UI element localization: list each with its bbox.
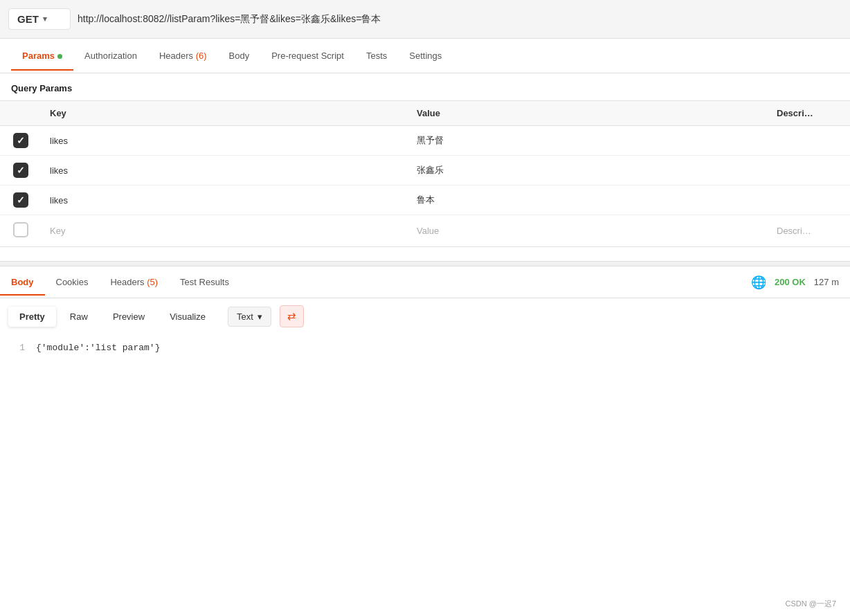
row2-checkmark-icon: ✓ xyxy=(17,165,25,175)
globe-icon[interactable]: 🌐 xyxy=(751,275,766,290)
tab-params[interactable]: Params xyxy=(11,41,73,71)
type-dropdown-label: Text xyxy=(237,311,253,322)
response-section: Body Cookies Headers (5) Test Results 🌐 … xyxy=(0,266,850,361)
row3-value[interactable]: 鲁本 xyxy=(408,185,768,215)
row2-check-cell: ✓ xyxy=(0,156,42,185)
request-tabs: Params Authorization Headers (6) Body Pr… xyxy=(0,39,850,73)
table-row: ✓ likes 鲁本 xyxy=(0,185,850,215)
row3-checkbox-box[interactable]: ✓ xyxy=(13,192,28,208)
table-row-empty: Key Value Descri… xyxy=(0,215,850,247)
query-params-title: Query Params xyxy=(0,73,850,100)
col-header-value: Value xyxy=(408,101,768,126)
empty-desc[interactable]: Descri… xyxy=(768,215,850,247)
url-input[interactable] xyxy=(78,11,842,28)
type-dropdown[interactable]: Text ▾ xyxy=(228,307,271,327)
method-selector[interactable]: GET ▾ xyxy=(8,8,71,30)
row1-key[interactable]: likes xyxy=(42,126,408,156)
format-tab-preview[interactable]: Preview xyxy=(102,307,156,327)
response-size: 127 m xyxy=(814,277,839,287)
response-tabs: Body Cookies Headers (5) Test Results 🌐 … xyxy=(0,266,850,298)
table-row: ✓ likes 黑予督 xyxy=(0,126,850,156)
row2-key[interactable]: likes xyxy=(42,156,408,185)
row2-checkbox-box[interactable]: ✓ xyxy=(13,163,28,178)
row1-value[interactable]: 黑予督 xyxy=(408,126,768,156)
format-tabs-row: Pretty Raw Preview Visualize Text ▾ ⇄ xyxy=(0,298,850,334)
line-number-1: 1 xyxy=(11,343,25,353)
wrap-button[interactable]: ⇄ xyxy=(280,305,304,327)
response-meta: 🌐 200 OK 127 m xyxy=(751,275,850,290)
params-table: Key Value Descri… ✓ likes 黑予督 xyxy=(0,100,850,247)
empty-checkbox[interactable] xyxy=(13,222,28,237)
type-dropdown-chevron-icon: ▾ xyxy=(257,311,262,322)
tab-settings[interactable]: Settings xyxy=(398,41,453,71)
response-tab-body[interactable]: Body xyxy=(0,269,45,296)
row1-desc[interactable] xyxy=(768,126,850,156)
params-dot xyxy=(57,54,62,59)
row1-checkbox-box[interactable]: ✓ xyxy=(13,133,28,148)
tab-authorization[interactable]: Authorization xyxy=(73,41,148,71)
status-badge: 200 OK xyxy=(775,277,806,287)
response-tab-test-results[interactable]: Test Results xyxy=(169,269,240,296)
row1-checkmark-icon: ✓ xyxy=(17,136,25,145)
row1-checkbox[interactable]: ✓ xyxy=(13,133,28,148)
response-tab-headers[interactable]: Headers (5) xyxy=(99,269,169,296)
code-area: 1 {'module':'list param'} xyxy=(0,334,850,361)
tab-pre-request-script[interactable]: Pre-request Script xyxy=(260,41,355,71)
format-tab-pretty[interactable]: Pretty xyxy=(8,307,56,327)
empty-value[interactable]: Value xyxy=(408,215,768,247)
tab-tests[interactable]: Tests xyxy=(355,41,398,71)
row2-desc[interactable] xyxy=(768,156,850,185)
tab-headers[interactable]: Headers (6) xyxy=(148,41,218,71)
empty-key[interactable]: Key xyxy=(42,215,408,247)
format-tab-visualize[interactable]: Visualize xyxy=(159,307,217,327)
row3-key[interactable]: likes xyxy=(42,185,408,215)
tab-body[interactable]: Body xyxy=(218,41,261,71)
footer-credit: CSDN @一迟7 xyxy=(785,599,836,609)
format-tab-raw[interactable]: Raw xyxy=(59,307,99,327)
col-header-desc: Descri… xyxy=(768,101,850,126)
col-header-check xyxy=(0,101,42,126)
table-row: ✓ likes 张鑫乐 xyxy=(0,156,850,185)
section-separator xyxy=(0,261,850,266)
empty-check-cell xyxy=(0,215,42,247)
row2-checkbox[interactable]: ✓ xyxy=(13,163,28,178)
row3-desc[interactable] xyxy=(768,185,850,215)
col-header-key: Key xyxy=(42,101,408,126)
method-text: GET xyxy=(17,13,39,25)
code-line-1: 1 {'module':'list param'} xyxy=(11,343,839,353)
empty-checkbox-box[interactable] xyxy=(13,222,28,237)
row1-check-cell: ✓ xyxy=(0,126,42,156)
wrap-icon: ⇄ xyxy=(287,310,296,323)
code-content-1: {'module':'list param'} xyxy=(36,343,160,353)
row3-checkbox[interactable]: ✓ xyxy=(13,192,28,208)
row2-value[interactable]: 张鑫乐 xyxy=(408,156,768,185)
method-chevron-icon: ▾ xyxy=(43,15,47,24)
row3-checkmark-icon: ✓ xyxy=(17,195,25,205)
row3-check-cell: ✓ xyxy=(0,185,42,215)
url-bar: GET ▾ xyxy=(0,0,850,39)
response-tab-cookies[interactable]: Cookies xyxy=(45,269,100,296)
